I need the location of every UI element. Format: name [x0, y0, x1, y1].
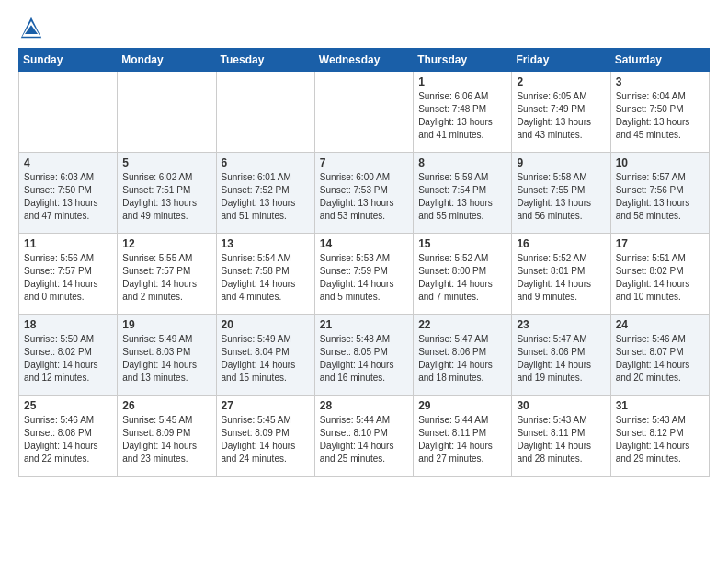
calendar-cell: [118, 72, 216, 153]
calendar-cell: 3Sunrise: 6:04 AM Sunset: 7:50 PM Daylig…: [610, 72, 709, 153]
day-number: 11: [24, 237, 112, 250]
weekday-header-sunday: Sunday: [19, 49, 118, 72]
day-info: Sunrise: 5:45 AM Sunset: 8:09 PM Dayligh…: [222, 414, 310, 465]
calendar-cell: 2Sunrise: 6:05 AM Sunset: 7:49 PM Daylig…: [512, 72, 610, 153]
day-info: Sunrise: 5:53 AM Sunset: 7:59 PM Dayligh…: [320, 252, 408, 304]
day-info: Sunrise: 5:43 AM Sunset: 8:12 PM Dayligh…: [616, 414, 704, 465]
day-number: 9: [517, 156, 605, 169]
calendar-table: SundayMondayTuesdayWednesdayThursdayFrid…: [18, 48, 710, 477]
day-number: 14: [320, 237, 408, 250]
calendar-cell: 25Sunrise: 5:46 AM Sunset: 8:08 PM Dayli…: [19, 396, 118, 477]
weekday-header-wednesday: Wednesday: [314, 49, 413, 72]
day-number: 16: [517, 237, 605, 250]
day-number: 18: [24, 318, 112, 331]
day-info: Sunrise: 5:46 AM Sunset: 8:08 PM Dayligh…: [24, 414, 112, 465]
day-info: Sunrise: 6:05 AM Sunset: 7:49 PM Dayligh…: [517, 90, 605, 142]
day-number: 21: [320, 318, 408, 331]
day-number: 13: [222, 237, 310, 250]
calendar-cell: 14Sunrise: 5:53 AM Sunset: 7:59 PM Dayli…: [314, 234, 413, 315]
calendar-cell: 7Sunrise: 6:00 AM Sunset: 7:53 PM Daylig…: [314, 153, 413, 234]
day-number: 23: [517, 318, 605, 331]
calendar-cell: 31Sunrise: 5:43 AM Sunset: 8:12 PM Dayli…: [610, 396, 709, 477]
day-info: Sunrise: 5:49 AM Sunset: 8:03 PM Dayligh…: [122, 333, 210, 385]
calendar-cell: 16Sunrise: 5:52 AM Sunset: 8:01 PM Dayli…: [512, 234, 610, 315]
day-info: Sunrise: 5:44 AM Sunset: 8:11 PM Dayligh…: [418, 414, 506, 465]
day-number: 25: [24, 399, 112, 412]
calendar-cell: 10Sunrise: 5:57 AM Sunset: 7:56 PM Dayli…: [610, 153, 709, 234]
weekday-header-row: SundayMondayTuesdayWednesdayThursdayFrid…: [19, 49, 710, 72]
day-number: 3: [616, 75, 704, 88]
day-number: 10: [616, 156, 704, 169]
day-number: 31: [616, 399, 704, 412]
day-info: Sunrise: 5:55 AM Sunset: 7:57 PM Dayligh…: [122, 252, 210, 304]
day-number: 2: [517, 75, 605, 88]
calendar-cell: 23Sunrise: 5:47 AM Sunset: 8:06 PM Dayli…: [512, 315, 610, 396]
calendar-cell: [19, 72, 118, 153]
weekday-header-friday: Friday: [512, 49, 610, 72]
day-info: Sunrise: 5:59 AM Sunset: 7:54 PM Dayligh…: [418, 171, 506, 223]
day-number: 26: [122, 399, 210, 412]
day-info: Sunrise: 5:49 AM Sunset: 8:04 PM Dayligh…: [222, 333, 310, 385]
calendar-cell: 8Sunrise: 5:59 AM Sunset: 7:54 PM Daylig…: [414, 153, 512, 234]
calendar-cell: 20Sunrise: 5:49 AM Sunset: 8:04 PM Dayli…: [216, 315, 314, 396]
day-info: Sunrise: 5:50 AM Sunset: 8:02 PM Dayligh…: [24, 333, 112, 385]
calendar-cell: 13Sunrise: 5:54 AM Sunset: 7:58 PM Dayli…: [216, 234, 314, 315]
logo: [18, 15, 48, 40]
day-number: 30: [517, 399, 605, 412]
calendar-cell: 11Sunrise: 5:56 AM Sunset: 7:57 PM Dayli…: [19, 234, 118, 315]
day-info: Sunrise: 5:46 AM Sunset: 8:07 PM Dayligh…: [616, 333, 704, 385]
calendar-cell: 27Sunrise: 5:45 AM Sunset: 8:09 PM Dayli…: [216, 396, 314, 477]
day-number: 7: [320, 156, 408, 169]
day-number: 29: [418, 399, 506, 412]
calendar-cell: 9Sunrise: 5:58 AM Sunset: 7:55 PM Daylig…: [512, 153, 610, 234]
day-number: 24: [616, 318, 704, 331]
calendar-week-row: 11Sunrise: 5:56 AM Sunset: 7:57 PM Dayli…: [19, 234, 710, 315]
day-number: 5: [122, 156, 210, 169]
day-number: 15: [418, 237, 506, 250]
day-number: 12: [122, 237, 210, 250]
day-info: Sunrise: 5:58 AM Sunset: 7:55 PM Dayligh…: [517, 171, 605, 223]
day-info: Sunrise: 6:04 AM Sunset: 7:50 PM Dayligh…: [616, 90, 704, 142]
day-number: 27: [222, 399, 310, 412]
day-info: Sunrise: 5:48 AM Sunset: 8:05 PM Dayligh…: [320, 333, 408, 385]
calendar-cell: 5Sunrise: 6:02 AM Sunset: 7:51 PM Daylig…: [118, 153, 216, 234]
day-info: Sunrise: 5:52 AM Sunset: 8:00 PM Dayligh…: [418, 252, 506, 304]
header: [18, 15, 710, 40]
calendar-cell: 15Sunrise: 5:52 AM Sunset: 8:00 PM Dayli…: [414, 234, 512, 315]
weekday-header-saturday: Saturday: [610, 49, 709, 72]
day-info: Sunrise: 5:54 AM Sunset: 7:58 PM Dayligh…: [222, 252, 310, 304]
day-info: Sunrise: 5:44 AM Sunset: 8:10 PM Dayligh…: [320, 414, 408, 465]
calendar-cell: 28Sunrise: 5:44 AM Sunset: 8:10 PM Dayli…: [314, 396, 413, 477]
day-info: Sunrise: 5:57 AM Sunset: 7:56 PM Dayligh…: [616, 171, 704, 223]
day-info: Sunrise: 5:47 AM Sunset: 8:06 PM Dayligh…: [418, 333, 506, 385]
day-info: Sunrise: 5:56 AM Sunset: 7:57 PM Dayligh…: [24, 252, 112, 304]
calendar-week-row: 25Sunrise: 5:46 AM Sunset: 8:08 PM Dayli…: [19, 396, 710, 477]
day-number: 20: [222, 318, 310, 331]
day-number: 1: [418, 75, 506, 88]
day-info: Sunrise: 6:06 AM Sunset: 7:48 PM Dayligh…: [418, 90, 506, 142]
calendar-cell: 19Sunrise: 5:49 AM Sunset: 8:03 PM Dayli…: [118, 315, 216, 396]
calendar-cell: 26Sunrise: 5:45 AM Sunset: 8:09 PM Dayli…: [118, 396, 216, 477]
day-info: Sunrise: 6:00 AM Sunset: 7:53 PM Dayligh…: [320, 171, 408, 223]
calendar-cell: 4Sunrise: 6:03 AM Sunset: 7:50 PM Daylig…: [19, 153, 118, 234]
page-container: SundayMondayTuesdayWednesdayThursdayFrid…: [0, 0, 728, 491]
day-info: Sunrise: 6:03 AM Sunset: 7:50 PM Dayligh…: [24, 171, 112, 223]
calendar-cell: [216, 72, 314, 153]
calendar-cell: [314, 72, 413, 153]
day-info: Sunrise: 5:45 AM Sunset: 8:09 PM Dayligh…: [122, 414, 210, 465]
calendar-cell: 30Sunrise: 5:43 AM Sunset: 8:11 PM Dayli…: [512, 396, 610, 477]
day-number: 4: [24, 156, 112, 169]
day-info: Sunrise: 5:47 AM Sunset: 8:06 PM Dayligh…: [517, 333, 605, 385]
day-info: Sunrise: 6:01 AM Sunset: 7:52 PM Dayligh…: [222, 171, 310, 223]
calendar-cell: 22Sunrise: 5:47 AM Sunset: 8:06 PM Dayli…: [414, 315, 512, 396]
day-number: 8: [418, 156, 506, 169]
calendar-cell: 17Sunrise: 5:51 AM Sunset: 8:02 PM Dayli…: [610, 234, 709, 315]
weekday-header-thursday: Thursday: [414, 49, 512, 72]
calendar-week-row: 18Sunrise: 5:50 AM Sunset: 8:02 PM Dayli…: [19, 315, 710, 396]
calendar-cell: 29Sunrise: 5:44 AM Sunset: 8:11 PM Dayli…: [414, 396, 512, 477]
day-number: 19: [122, 318, 210, 331]
calendar-cell: 21Sunrise: 5:48 AM Sunset: 8:05 PM Dayli…: [314, 315, 413, 396]
logo-icon: [18, 15, 44, 40]
day-info: Sunrise: 5:51 AM Sunset: 8:02 PM Dayligh…: [616, 252, 704, 304]
day-number: 28: [320, 399, 408, 412]
